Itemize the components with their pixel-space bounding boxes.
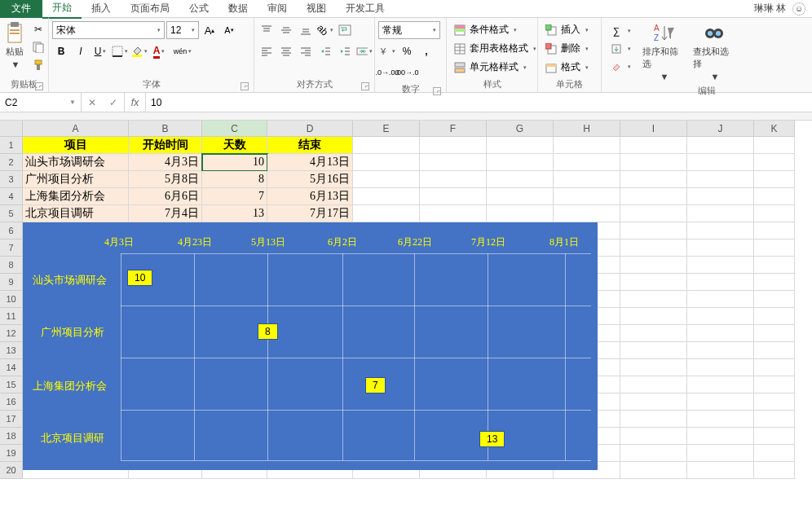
cell[interactable]: 7月4日 [129, 205, 202, 222]
cell[interactable] [620, 171, 687, 188]
cell[interactable]: 10 [202, 154, 267, 171]
col-header-G[interactable]: G [487, 121, 554, 137]
cell[interactable] [554, 171, 620, 188]
cell[interactable] [754, 342, 795, 359]
select-all-button[interactable] [0, 121, 23, 137]
cell[interactable] [687, 325, 754, 342]
comma-button[interactable]: , [417, 42, 435, 60]
decrease-font-button[interactable]: A▾ [220, 21, 238, 39]
cell[interactable] [620, 428, 687, 445]
cell[interactable] [687, 342, 754, 359]
cell[interactable] [754, 274, 795, 291]
row-header-20[interactable]: 20 [0, 462, 23, 479]
cell[interactable] [687, 137, 754, 154]
row-header-14[interactable]: 14 [0, 359, 23, 376]
col-header-E[interactable]: E [353, 121, 420, 137]
bold-button[interactable]: B [52, 42, 70, 60]
cell[interactable] [487, 154, 554, 171]
cell[interactable] [554, 137, 620, 154]
cell[interactable] [620, 462, 687, 479]
cell[interactable] [687, 188, 754, 205]
row-header-1[interactable]: 1 [0, 137, 23, 154]
cell[interactable] [687, 222, 754, 240]
tab-insert[interactable]: 插入 [82, 0, 121, 18]
cell[interactable] [754, 222, 795, 240]
tab-page-layout[interactable]: 页面布局 [121, 0, 179, 18]
cell[interactable] [754, 205, 795, 222]
cell[interactable] [353, 171, 420, 188]
cell[interactable] [620, 342, 687, 359]
row-header-12[interactable]: 12 [0, 325, 23, 342]
col-header-J[interactable]: J [687, 121, 754, 137]
cell[interactable]: 天数 [202, 137, 267, 154]
clear-button[interactable]: ▾ [607, 59, 634, 75]
cell[interactable] [620, 393, 687, 411]
merge-center-button[interactable]: ▾ [355, 42, 373, 60]
tab-home[interactable]: 开始 [42, 0, 82, 19]
cell[interactable] [487, 205, 554, 222]
row-header-2[interactable]: 2 [0, 154, 23, 171]
decrease-indent-button[interactable] [316, 42, 334, 60]
cell[interactable] [620, 240, 687, 257]
cell[interactable]: 4月3日 [129, 154, 202, 171]
cell[interactable] [687, 393, 754, 411]
cell[interactable] [487, 171, 554, 188]
col-header-D[interactable]: D [267, 121, 353, 137]
cell[interactable] [754, 376, 795, 393]
cell[interactable] [687, 411, 754, 428]
row-header-18[interactable]: 18 [0, 428, 23, 445]
cell[interactable] [754, 188, 795, 205]
tab-formulas[interactable]: 公式 [179, 0, 218, 18]
insert-cells-button[interactable]: 插入▾ [541, 21, 592, 38]
cell[interactable] [754, 240, 795, 257]
cell[interactable] [754, 462, 795, 479]
increase-decimal-button[interactable]: .0→.00 [378, 64, 396, 81]
cell[interactable] [687, 308, 754, 325]
cell[interactable] [353, 154, 420, 171]
find-select-button[interactable]: 查找和选择▼ [691, 21, 737, 83]
row-header-15[interactable]: 15 [0, 376, 23, 393]
align-middle-button[interactable] [277, 21, 295, 39]
cancel-formula-button[interactable]: ✕ [82, 97, 103, 108]
cell[interactable]: 7 [202, 188, 267, 205]
accounting-format-button[interactable]: ¥▾ [378, 42, 396, 60]
col-header-B[interactable]: B [129, 121, 202, 137]
orientation-button[interactable]: ab▾ [316, 21, 334, 39]
tab-file[interactable]: 文件 [0, 0, 42, 18]
delete-cells-button[interactable]: 删除▾ [541, 40, 592, 57]
cell[interactable] [487, 188, 554, 205]
cell[interactable]: 5月8日 [129, 171, 202, 188]
wrap-text-button[interactable] [336, 21, 354, 39]
cell[interactable] [620, 274, 687, 291]
row-header-7[interactable]: 7 [0, 240, 23, 257]
cell[interactable] [754, 308, 795, 325]
paste-button[interactable]: 粘贴 ▼ [3, 20, 26, 71]
align-right-button[interactable] [297, 42, 315, 60]
cell[interactable] [620, 376, 687, 393]
cell[interactable] [687, 171, 754, 188]
cell[interactable]: 5月16日 [267, 171, 353, 188]
cell[interactable] [420, 137, 487, 154]
col-header-C[interactable]: C [202, 121, 267, 137]
cell[interactable] [620, 205, 687, 222]
italic-button[interactable]: I [72, 42, 90, 60]
font-color-button[interactable]: A▾ [150, 42, 168, 60]
cell[interactable] [754, 171, 795, 188]
cell[interactable] [620, 359, 687, 376]
spreadsheet-grid[interactable]: ABCDEFGHIJK 1234567891011121314151617181… [0, 121, 812, 479]
cell[interactable]: 4月13日 [267, 154, 353, 171]
cell[interactable]: 6月6日 [129, 188, 202, 205]
autosum-button[interactable]: ∑▾ [607, 23, 634, 39]
col-header-F[interactable]: F [420, 121, 487, 137]
enter-formula-button[interactable]: ✓ [103, 97, 124, 108]
cell[interactable] [420, 205, 487, 222]
copy-button[interactable] [29, 39, 47, 55]
row-header-4[interactable]: 4 [0, 188, 23, 205]
cell-styles-button[interactable]: 单元格样式▾ [450, 59, 530, 76]
cell[interactable] [754, 445, 795, 462]
fx-icon[interactable]: fx [125, 93, 146, 112]
cell[interactable] [754, 291, 795, 308]
row-header-9[interactable]: 9 [0, 274, 23, 291]
cell[interactable] [620, 188, 687, 205]
col-header-H[interactable]: H [554, 121, 620, 137]
